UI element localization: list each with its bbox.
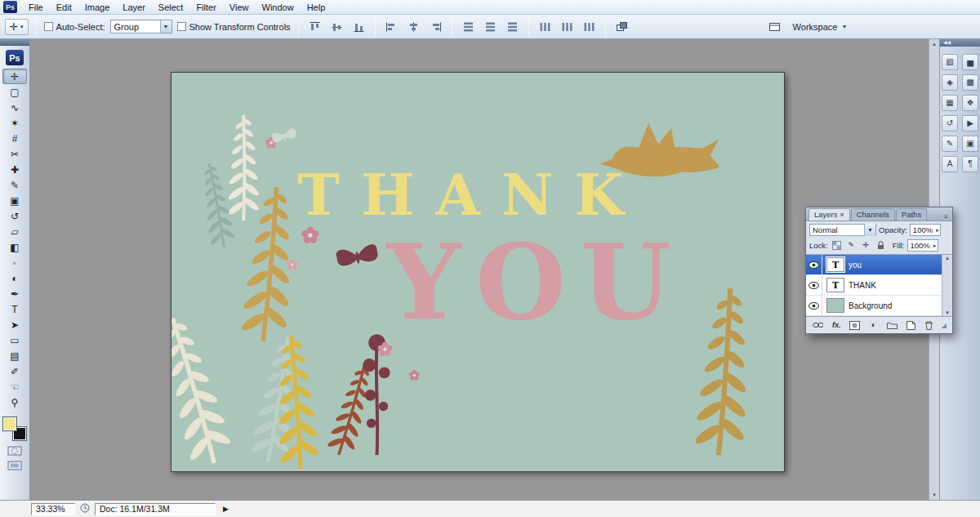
- auto-select-checkbox[interactable]: [44, 22, 53, 31]
- menu-item-select[interactable]: Select: [152, 1, 190, 14]
- align-bottom-edges-button[interactable]: [350, 19, 368, 35]
- brushes-panel-button[interactable]: ✎: [942, 136, 958, 152]
- screen-mode-button[interactable]: [5, 459, 24, 472]
- info-panel-button[interactable]: ◈: [942, 74, 958, 91]
- visibility-eye-icon[interactable]: [806, 296, 822, 315]
- lock-pixels-icon[interactable]: ✎: [845, 240, 858, 252]
- slider-arrow-icon[interactable]: ▸: [933, 243, 937, 249]
- healing-brush-tool-button[interactable]: ✚: [2, 162, 27, 177]
- tab-layers[interactable]: Layers ×: [808, 208, 850, 221]
- scroll-down-icon[interactable]: ▼: [945, 310, 950, 315]
- layer-thumbnail[interactable]: T: [826, 278, 844, 292]
- lock-transparency-icon[interactable]: [831, 240, 843, 252]
- status-menu-arrow-icon[interactable]: ▶: [220, 505, 231, 513]
- layer-row-you[interactable]: T you: [806, 255, 952, 275]
- menu-item-image[interactable]: Image: [78, 1, 117, 14]
- eraser-tool-button[interactable]: ▱: [2, 224, 27, 239]
- path-selection-tool-button[interactable]: ➤: [2, 317, 27, 332]
- type-tool-button[interactable]: T: [2, 301, 27, 317]
- paragraph-panel-button[interactable]: ¶: [962, 156, 978, 172]
- color-panel-button[interactable]: ▩: [962, 74, 978, 91]
- distribute-right-edges-button[interactable]: [581, 19, 598, 35]
- workspace-icon[interactable]: [766, 19, 783, 35]
- layer-name[interactable]: THANK: [849, 281, 876, 290]
- scroll-up-icon[interactable]: ▴: [933, 41, 936, 47]
- align-vertical-centers-button[interactable]: [328, 19, 345, 35]
- layer-row-thank[interactable]: T THANK: [806, 275, 952, 296]
- layer-name[interactable]: you: [849, 261, 862, 270]
- distribute-top-edges-button[interactable]: [460, 19, 477, 35]
- lasso-tool-button[interactable]: ∿: [2, 100, 27, 115]
- scroll-up-icon[interactable]: ▲: [945, 256, 950, 261]
- scroll-down-icon[interactable]: ▾: [933, 492, 936, 498]
- blur-tool-button[interactable]: ◦: [2, 255, 27, 270]
- toolbox-grip[interactable]: [0, 39, 29, 46]
- tab-paths[interactable]: Paths: [896, 208, 927, 221]
- menu-item-file[interactable]: File: [22, 1, 50, 14]
- menu-item-help[interactable]: Help: [301, 1, 332, 14]
- lock-all-icon[interactable]: [875, 240, 887, 252]
- distribute-vertical-centers-button[interactable]: [482, 19, 499, 35]
- app-icon[interactable]: Ps: [3, 1, 17, 13]
- clone-source-panel-button[interactable]: ▣: [962, 136, 978, 152]
- layer-row-background[interactable]: Background: [806, 296, 952, 316]
- delete-layer-icon[interactable]: [923, 319, 934, 331]
- swatches-panel-button[interactable]: ▦: [942, 95, 958, 111]
- character-panel-button[interactable]: A: [942, 156, 958, 172]
- distribute-left-edges-button[interactable]: [537, 19, 554, 35]
- history-brush-tool-button[interactable]: ↺: [2, 208, 27, 224]
- styles-panel-button[interactable]: ❖: [962, 95, 978, 111]
- align-left-edges-button[interactable]: [383, 19, 400, 35]
- layer-thumbnail[interactable]: T: [826, 257, 844, 272]
- new-layer-icon[interactable]: [905, 319, 916, 331]
- menu-item-layer[interactable]: Layer: [116, 1, 152, 14]
- layer-thumbnail[interactable]: [826, 298, 844, 313]
- blend-mode-select[interactable]: Normal ▼: [809, 224, 876, 236]
- rectangular-marquee-tool-button[interactable]: ▢: [2, 84, 27, 100]
- tool-preset-picker[interactable]: ✛ ▾: [5, 19, 29, 35]
- align-top-edges-button[interactable]: [306, 19, 323, 35]
- lock-position-icon[interactable]: ✛: [860, 240, 872, 252]
- shape-tool-button[interactable]: ▭: [2, 332, 27, 348]
- dodge-tool-button[interactable]: ◐: [2, 270, 27, 286]
- zoom-tool-button[interactable]: ⚲: [2, 394, 27, 410]
- panel-menu-icon[interactable]: ≡: [942, 213, 950, 221]
- menu-item-filter[interactable]: Filter: [189, 1, 222, 14]
- history-panel-button[interactable]: ↺: [942, 115, 958, 131]
- gradient-tool-button[interactable]: ◧: [2, 239, 27, 255]
- slider-arrow-icon[interactable]: ▸: [936, 227, 939, 234]
- distribute-horizontal-centers-button[interactable]: [559, 19, 576, 35]
- document-canvas[interactable]: THANK YOU: [171, 72, 785, 472]
- fill-input[interactable]: 100% ▸: [907, 239, 938, 252]
- visibility-eye-icon[interactable]: [806, 275, 822, 295]
- hand-tool-button[interactable]: ☜: [2, 379, 27, 394]
- actions-panel-button[interactable]: ▶: [962, 115, 978, 131]
- pen-tool-button[interactable]: ✒: [2, 286, 27, 301]
- clone-stamp-tool-button[interactable]: ▣: [2, 193, 27, 208]
- menu-item-window[interactable]: Window: [256, 1, 301, 14]
- auto-select-scope-dropdown[interactable]: Group ▼: [110, 20, 172, 33]
- notes-tool-button[interactable]: ▤: [2, 348, 27, 363]
- eyedropper-tool-button[interactable]: ✐: [2, 363, 27, 379]
- workspace-button[interactable]: Workspace ▼: [788, 20, 853, 33]
- quick-mask-button[interactable]: [5, 444, 24, 457]
- link-layers-icon[interactable]: [812, 319, 824, 331]
- zoom-level-input[interactable]: 33.33%: [31, 503, 75, 515]
- distribute-bottom-edges-button[interactable]: [504, 19, 521, 35]
- magic-wand-tool-button[interactable]: ✶: [2, 115, 27, 131]
- align-right-edges-button[interactable]: [427, 19, 444, 35]
- opacity-input[interactable]: 100% ▸: [910, 224, 941, 236]
- align-horizontal-centers-button[interactable]: [405, 19, 422, 35]
- move-tool-button[interactable]: ✛: [2, 69, 27, 84]
- document-size-info[interactable]: Doc: 16.1M/31.3M: [95, 503, 216, 515]
- navigator-panel-button[interactable]: ▧: [942, 54, 958, 70]
- crop-tool-button[interactable]: #: [2, 131, 27, 146]
- layers-scrollbar[interactable]: ▲ ▼: [942, 255, 952, 316]
- layer-group-icon[interactable]: [886, 319, 898, 331]
- layer-mask-icon[interactable]: [849, 319, 861, 331]
- brush-tool-button[interactable]: ✎: [2, 177, 27, 193]
- dock-collapse-bar[interactable]: ◀◀: [940, 39, 980, 47]
- tab-channels[interactable]: Channels: [851, 208, 895, 221]
- slice-tool-button[interactable]: ✂: [2, 146, 27, 162]
- show-transform-checkbox[interactable]: [177, 22, 186, 31]
